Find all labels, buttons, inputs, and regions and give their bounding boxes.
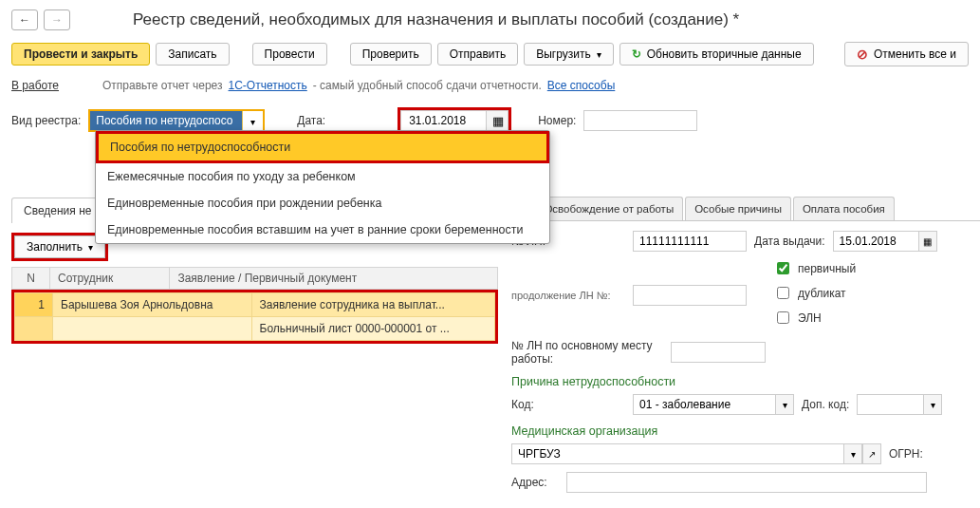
issue-date-picker[interactable]: ▦	[918, 231, 937, 252]
dropdown-item[interactable]: Единовременные пособия вставшим на учет …	[96, 216, 549, 243]
col-doc: Заявление / Первичный документ	[170, 268, 498, 290]
place-input[interactable]	[671, 342, 766, 363]
table-row[interactable]: Больничный лист 0000-000001 от ...	[15, 317, 495, 341]
org-dropdown[interactable]: ▾	[843, 443, 862, 464]
table-row[interactable]: 1 Барышева Зоя Арнольдовна Заявление сот…	[15, 293, 495, 317]
arrow-left-icon: ←	[19, 13, 30, 27]
chevron-down-icon: ▾	[250, 117, 255, 127]
code-input[interactable]	[633, 394, 775, 415]
date-label: Дата:	[297, 114, 325, 127]
info-text-2: - самый удобный способ сдачи отчетности.	[313, 79, 542, 92]
addr-input[interactable]	[566, 472, 927, 493]
nav-back-button[interactable]: ←	[11, 9, 38, 30]
duplicate-checkbox[interactable]	[777, 287, 789, 299]
calendar-icon: ▦	[923, 236, 932, 247]
eln-checkbox[interactable]	[777, 311, 789, 324]
primary-check-row[interactable]: первичный	[773, 259, 856, 277]
reg-type-dropdown-button[interactable]: ▾	[242, 111, 263, 130]
cancel-all-button[interactable]: ⊘ Отменить все и	[844, 42, 969, 66]
eln-check-row[interactable]: ЭЛН	[773, 309, 856, 327]
cont-input[interactable]	[633, 285, 747, 306]
issue-date-input[interactable]	[833, 231, 918, 252]
reg-type-select[interactable]: ▾	[88, 109, 265, 132]
cont-label: продолжение ЛН №:	[511, 290, 625, 301]
org-input[interactable]	[511, 443, 843, 464]
code-dropdown[interactable]: ▾	[775, 394, 794, 415]
cell-doc: Заявление сотрудника на выплат...	[251, 293, 494, 317]
org-open[interactable]: ↗	[862, 443, 881, 464]
addcode-dropdown[interactable]: ▾	[923, 394, 942, 415]
tab-special[interactable]: Особые причины	[685, 197, 791, 220]
cancel-icon: ⊘	[857, 47, 868, 62]
all-ways-link[interactable]: Все способы	[547, 79, 616, 92]
nav-forward-button: →	[44, 9, 70, 30]
primary-label: первичный	[798, 262, 856, 275]
page-title: Реестр сведений, необходимых для назначе…	[133, 10, 739, 29]
org-section-title: Медицинская организация	[511, 424, 976, 438]
employees-table: N Сотрудник Заявление / Первичный докуме…	[11, 267, 498, 290]
post-and-close-button[interactable]: Провести и закрыть	[11, 43, 150, 66]
chevron-down-icon: ▾	[783, 400, 787, 410]
addr-label: Адрес:	[511, 476, 559, 489]
arrow-right-icon: →	[51, 13, 63, 27]
place-label: № ЛН по основному месту работы:	[511, 339, 663, 366]
cell-employee	[53, 317, 252, 341]
open-icon: ↗	[868, 449, 876, 460]
chevron-down-icon: ▾	[597, 49, 601, 60]
check-button[interactable]: Проверить	[350, 43, 432, 66]
col-employee: Сотрудник	[50, 268, 170, 290]
dropdown-item[interactable]: Единовременные пособия при рождении ребе…	[96, 190, 549, 216]
calendar-icon: ▦	[492, 114, 504, 128]
date-input[interactable]	[400, 110, 486, 131]
refresh-button[interactable]: ↻ Обновить вторичные данные	[619, 43, 814, 66]
duplicate-check-row[interactable]: дубликат	[773, 284, 856, 302]
chevron-down-icon: ▾	[88, 242, 93, 253]
dropdown-item[interactable]: Пособия по нетрудоспособности	[96, 131, 549, 163]
report-link[interactable]: 1С-Отчетность	[229, 79, 307, 92]
chevron-down-icon: ▾	[931, 400, 935, 410]
reg-type-input[interactable]	[90, 111, 242, 130]
refresh-icon: ↻	[632, 47, 641, 61]
code-label: Код:	[511, 398, 625, 411]
col-n: N	[12, 268, 50, 290]
primary-checkbox[interactable]	[777, 262, 789, 274]
cell-n: 1	[15, 293, 53, 317]
send-button[interactable]: Отправить	[437, 43, 519, 66]
duplicate-label: дубликат	[798, 287, 846, 300]
export-button[interactable]: Выгрузить ▾	[524, 43, 614, 66]
cell-doc: Больничный лист 0000-000001 от ...	[251, 317, 494, 341]
cell-employee: Барышева Зоя Арнольдовна	[53, 293, 252, 317]
tab-info[interactable]: Сведения не	[11, 198, 103, 223]
info-text-1: Отправьте отчет через	[102, 79, 223, 92]
issue-date-label: Дата выдачи:	[754, 235, 825, 248]
tab-release[interactable]: Освобождение от работы	[534, 197, 683, 220]
status-label: В работе	[11, 79, 59, 92]
post-button[interactable]: Провести	[252, 43, 327, 66]
tab-payment[interactable]: Оплата пособия	[793, 197, 895, 220]
reason-section-title: Причина нетрудоспособности	[511, 375, 976, 388]
addcode-input[interactable]	[857, 394, 923, 415]
addcode-label: Доп. код:	[802, 398, 849, 411]
ln-input[interactable]	[633, 231, 747, 252]
dropdown-item[interactable]: Ежемесячные пособия по уходу за ребенком	[96, 163, 549, 190]
reg-type-dropdown-list: Пособия по нетрудоспособности Ежемесячны…	[95, 130, 550, 244]
reg-type-label: Вид реестра:	[11, 114, 81, 127]
fill-button[interactable]: Заполнить ▾	[14, 235, 105, 258]
date-picker-button[interactable]: ▦	[486, 110, 508, 131]
write-button[interactable]: Записать	[156, 43, 229, 66]
ogrn-label: ОГРН:	[889, 447, 923, 461]
number-input[interactable]	[583, 110, 697, 131]
number-label: Номер:	[538, 114, 576, 127]
cell-n	[15, 317, 53, 341]
chevron-down-icon: ▾	[851, 449, 856, 460]
eln-label: ЭЛН	[798, 311, 822, 325]
